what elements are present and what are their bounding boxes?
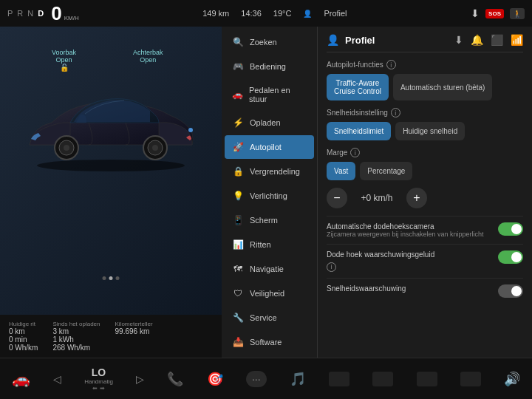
menu-verlichting[interactable]: 💡 Verlichting [225,184,314,208]
dodehoekscamera-title: Automatische dodehoekscamera [327,222,491,231]
volume-icon[interactable]: 🔊 [504,371,520,387]
gear-d[interactable]: D [38,9,44,18]
menu-label-verlichting: Verlichting [250,191,287,200]
menu-ritten[interactable]: 📊 Ritten [225,233,314,256]
menu-label-zoeken: Zoeken [250,38,277,47]
screen-icon: 📱 [232,215,244,225]
achterbak-label: AchterbakOpen [133,49,163,64]
snelheidswaarschuwing-toggle[interactable]: .toggle-switch.off::after{right:auto;lef… [498,284,523,298]
download-icon: ⬇ [471,7,480,19]
profile-sub-icons: ⬅ ➡ [92,385,104,392]
gear-p[interactable]: P [7,9,13,18]
search-icon: 🔍 [232,37,244,47]
more-icon[interactable]: ··· [246,371,267,387]
light-icon: 💡 [232,191,244,201]
snelheid-info-icon[interactable]: i [391,108,400,117]
software-icon: 📥 [232,337,244,347]
menu-label-opladen: Opladen [250,118,281,127]
dodehoekscamera-text: Automatische dodehoekscamera Zijcamera w… [327,222,491,238]
menu-bediening[interactable]: 🎮 Bediening [225,55,314,78]
vast-btn[interactable]: Vast [327,162,355,180]
menu-label-bediening: Bediening [250,62,286,71]
gear-n[interactable]: N [27,9,33,18]
controls-icon: 🎮 [232,61,244,72]
trips-icon: 📊 [232,239,244,250]
menu-label-autopilot: Autopilot [250,143,282,151]
top-center-info: 149 km 14:36 19°C 👤 Profiel [79,9,471,18]
menu-label-pedalen: Pedalen en stuur [249,86,307,103]
menu-opladen[interactable]: ⚡ Opladen [225,111,314,134]
bluetooth-icon[interactable]: ⬛ [491,34,503,46]
autopilot-icon: 🚀 [232,142,244,152]
music-icon[interactable]: 🎵 [290,371,306,387]
marge-info-icon[interactable]: i [350,148,360,157]
menu-veiligheid[interactable]: 🛡 Veiligheid [225,282,314,305]
handmatig-label: Handmatig [84,378,113,385]
signal-icon[interactable]: 📶 [511,34,523,46]
download-profile-icon[interactable]: ⬇ [454,34,463,46]
menu-navigatie[interactable]: 🗺 Navigatie [225,257,314,281]
temp-display: 19°C [273,9,292,18]
profile-header: 👤 Profiel ⬇ 🔔 ⬛ 📶 [327,34,523,52]
top-right-icons: ⬇ SOS 🚶 [471,7,525,19]
driver-profile[interactable]: LO Handmatig ⬅ ➡ [84,366,113,392]
menu-label-service: Service [250,313,277,322]
dodehoekscamera-toggle[interactable] [498,222,523,236]
menu-service[interactable]: 🔧 Service [225,306,314,330]
charge-icon: ⚡ [232,117,244,128]
dodehoekgeluid-toggle-row: Dode hoek waarschuwingsgeluid i [327,244,523,278]
menu-zoeken[interactable]: 🔍 Zoeken [225,30,314,54]
percentage-btn[interactable]: Percentage [360,162,412,180]
svg-point-6 [152,145,158,151]
gear-r[interactable]: R [17,9,23,18]
menu-label-software: Software [250,338,282,347]
gear-selector[interactable]: P R N D [7,9,44,18]
speed-increase-btn[interactable]: + [406,188,427,208]
car-image [7,67,214,193]
pedals-icon: 🚗 [232,89,243,100]
phone-icon[interactable]: 📞 [167,371,183,387]
menu-label-vergrendeling: Vergrendeling [250,167,300,176]
snelheidswaarschuwing-title: Snelheidswaarschuwing [327,284,491,293]
automatisch-sturen-btn[interactable]: Automatisch sturen (bèta) [393,74,493,100]
snelheidsinstelling-buttons: Snelheidslimiet Huidige snelheid [327,122,523,140]
svg-point-0 [37,160,185,171]
bell-icon[interactable]: 🔔 [471,34,483,46]
huidige-snelheid-btn[interactable]: Huidige snelheid [395,122,465,140]
service-icon: 🔧 [232,313,244,323]
marge-title: Marge i [327,148,523,157]
app2-icon[interactable] [372,372,393,386]
snelheidslimiet-btn[interactable]: Snelheidslimiet [327,122,391,140]
autopilot-info-icon[interactable]: i [386,60,396,69]
menu-label-veiligheid: Veiligheid [250,289,284,298]
app3-icon[interactable] [417,372,437,386]
settings-menu: 🔍 Zoeken 🎮 Bediening 🚗 Pedalen en stuur … [222,27,318,358]
sos-badge[interactable]: SOS [485,9,504,18]
next-btn[interactable]: ▷ [136,373,144,385]
menu-software[interactable]: 📥 Software [225,330,314,354]
menu-pedalen[interactable]: 🚗 Pedalen en stuur [225,79,314,110]
dodehoekgeluid-info-icon[interactable]: i [327,262,336,272]
app4-icon[interactable] [460,372,481,386]
top-bar: P R N D 0 KM/H 149 km 14:36 19°C 👤 Profi… [0,0,532,27]
snelheidsinstelling-title: Snelheidsinstelling i [327,108,523,117]
nav-icon: 🗺 [232,264,244,274]
taskbar: 🚗 ◁ LO Handmatig ⬅ ➡ ▷ 📞 🎯 ··· 🎵 🔊 [0,358,532,399]
autopilot-settings-panel: 👤 Profiel ⬇ 🔔 ⬛ 📶 Autopilot-functies i T… [318,27,532,358]
menu-label-navigatie: Navigatie [250,265,284,273]
menu-vergrendeling[interactable]: 🔒 Vergrendeling [225,160,314,183]
menu-autopilot[interactable]: 🚀 Autopilot [225,135,314,159]
prev-btn[interactable]: ◁ [53,373,61,385]
dodehoekgeluid-toggle[interactable] [498,250,523,264]
speed-adjustment: − +0 km/h + [327,188,523,208]
profile-action-icons[interactable]: ⬇ 🔔 ⬛ 📶 [454,34,523,46]
compass-icon[interactable]: 🎯 [207,371,223,387]
menu-scherm[interactable]: 📱 Scherm [225,208,314,232]
marge-buttons: Vast Percentage [327,162,523,180]
dodehoekscamera-toggle-row: Automatische dodehoekscamera Zijcamera w… [327,216,523,244]
car-taskbar-icon[interactable]: 🚗 [12,370,30,388]
app1-icon[interactable] [329,372,349,386]
snelheidsinstelling-label: Snelheidsinstelling [327,109,388,117]
traffic-aware-cruise-btn[interactable]: Traffic-AwareCruise Control [327,74,389,100]
speed-decrease-btn[interactable]: − [327,188,347,208]
